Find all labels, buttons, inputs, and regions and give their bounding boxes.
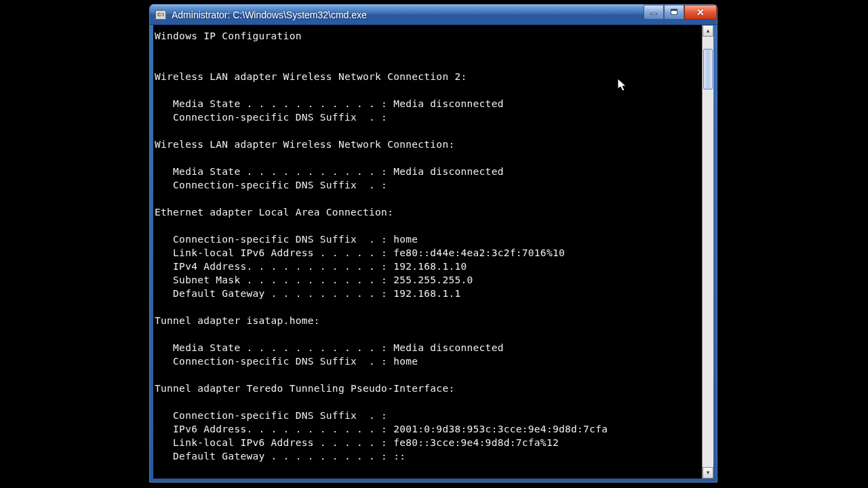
titlebar[interactable]: C:\ Administrator: C:\Windows\System32\c… xyxy=(150,5,717,25)
console-area: Windows IP Configuration Wireless LAN ad… xyxy=(153,25,713,479)
window-body: Windows IP Configuration Wireless LAN ad… xyxy=(150,25,717,482)
window-controls: ✕ xyxy=(644,5,717,20)
scroll-track[interactable] xyxy=(703,37,713,467)
console-output[interactable]: Windows IP Configuration Wireless LAN ad… xyxy=(153,25,702,479)
maximize-button[interactable] xyxy=(664,5,684,20)
scroll-down-button[interactable]: ▼ xyxy=(703,467,713,479)
vertical-scrollbar[interactable]: ▲ ▼ xyxy=(702,25,713,479)
cmd-window: C:\ Administrator: C:\Windows\System32\c… xyxy=(149,4,717,483)
minimize-icon xyxy=(650,13,657,15)
scroll-up-button[interactable]: ▲ xyxy=(703,25,713,37)
scroll-thumb[interactable] xyxy=(703,49,713,89)
maximize-icon xyxy=(671,9,677,15)
window-title: Administrator: C:\Windows\System32\cmd.e… xyxy=(172,9,644,20)
cmd-icon: C:\ xyxy=(155,10,166,20)
close-icon: ✕ xyxy=(696,7,705,18)
close-button[interactable]: ✕ xyxy=(684,5,717,20)
minimize-button[interactable] xyxy=(644,5,664,20)
